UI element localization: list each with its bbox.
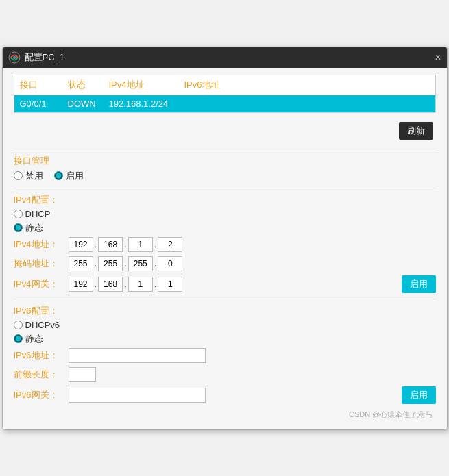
ipv6-gateway-row: IPv6网关： 启用: [14, 386, 436, 404]
gw-part1[interactable]: [69, 277, 93, 292]
ipv4-address-label: IPv4地址：: [14, 238, 69, 251]
dhcpv6-radio-label[interactable]: DHCPv6: [14, 320, 60, 330]
disable-label: 禁用: [25, 170, 43, 182]
interface-table: 接口 状态 IPv4地址 IPv6地址 G0/0/1 DOWN 192.168.…: [14, 75, 436, 113]
iface-management-label: 接口管理: [14, 155, 436, 167]
disable-radio[interactable]: [14, 171, 23, 180]
col-ipv6: IPv6地址: [184, 79, 253, 91]
mask-part1[interactable]: [69, 256, 93, 271]
ipv6-gateway-label: IPv6网关：: [14, 389, 69, 401]
gw-part4[interactable]: [158, 277, 182, 292]
ipv4-part2[interactable]: [98, 237, 123, 252]
gw-sep1: .: [95, 279, 97, 289]
ipv6-address-row: IPv6地址：: [14, 348, 436, 363]
gw-part3[interactable]: [128, 277, 153, 292]
ipv4-part1[interactable]: [69, 237, 93, 252]
ipv6-apply-button[interactable]: 启用: [402, 386, 436, 404]
disable-radio-label[interactable]: 禁用: [14, 170, 43, 182]
refresh-row: 刷新: [14, 118, 436, 143]
main-window: 配置PC_1 × 接口 状态 IPv4地址 IPv6地址 G0/0/1 DOWN…: [2, 47, 448, 430]
ipv4-sep1: .: [95, 239, 97, 249]
divider-1: [14, 149, 436, 149]
ipv6-static-label: 静态: [25, 333, 43, 345]
prefix-label: 前缀长度：: [14, 368, 69, 381]
row-iface: G0/0/1: [20, 99, 68, 109]
ipv4-type-radios: DHCP: [14, 209, 436, 219]
mask-part2[interactable]: [98, 256, 123, 271]
close-button[interactable]: ×: [435, 51, 441, 64]
dhcp-radio-label[interactable]: DHCP: [14, 209, 51, 219]
ipv6-config-label: IPv6配置：: [14, 305, 436, 317]
ipv4-address-row: IPv4地址： . . .: [14, 237, 436, 252]
app-icon: [8, 51, 21, 64]
title-bar: 配置PC_1 ×: [3, 47, 447, 68]
ipv4-sep3: .: [154, 239, 157, 249]
col-status: 状态: [68, 79, 109, 91]
static-radio-label[interactable]: 静态: [14, 222, 43, 234]
mask-part3[interactable]: [128, 256, 153, 271]
table-row[interactable]: G0/0/1 DOWN 192.168.1.2/24: [14, 95, 435, 112]
mask-row: 掩码地址： . . .: [14, 256, 436, 271]
svg-point-1: [13, 56, 16, 59]
mask-part4[interactable]: [158, 256, 182, 271]
ipv6-static-radio[interactable]: [14, 334, 23, 343]
window-content: 接口 状态 IPv4地址 IPv6地址 G0/0/1 DOWN 192.168.…: [3, 68, 447, 429]
dhcp-label: DHCP: [25, 209, 51, 219]
gw-sep2: .: [124, 279, 127, 289]
divider-2: [14, 188, 436, 188]
gw-sep3: .: [154, 279, 157, 289]
ipv4-part3[interactable]: [128, 237, 153, 252]
ipv4-part4[interactable]: [158, 237, 182, 252]
static-radio[interactable]: [14, 223, 23, 232]
enable-radio-label[interactable]: 启用: [54, 170, 84, 182]
mask-sep2: .: [124, 258, 127, 268]
iface-management-section: 接口管理 禁用 启用: [14, 155, 436, 182]
prefix-input[interactable]: [69, 367, 96, 382]
col-ipv4: IPv4地址: [109, 79, 184, 91]
ipv4-static-row: 静态: [14, 222, 436, 234]
ipv4-gateway-label: IPv4网关：: [14, 278, 69, 290]
watermark: CSDN @心猿牵住了意马: [14, 410, 436, 420]
iface-management-radios: 禁用 启用: [14, 170, 436, 182]
row-status: DOWN: [68, 99, 109, 109]
gw-part2[interactable]: [98, 277, 123, 292]
col-iface: 接口: [20, 79, 68, 91]
static-label: 静态: [25, 222, 43, 234]
ipv6-static-row: 静态: [14, 333, 436, 345]
table-header: 接口 状态 IPv4地址 IPv6地址: [14, 75, 435, 95]
mask-inputs: . . .: [69, 256, 183, 271]
mask-sep1: .: [95, 258, 97, 268]
refresh-button[interactable]: 刷新: [399, 122, 433, 140]
ipv4-address-inputs: . . .: [69, 237, 183, 252]
mask-sep3: .: [154, 258, 157, 268]
ipv4-gateway-row: IPv4网关： . . . 启用: [14, 275, 436, 293]
ipv6-address-input[interactable]: [69, 348, 206, 363]
ipv6-gateway-input[interactable]: [69, 388, 206, 403]
window-title: 配置PC_1: [25, 51, 435, 64]
enable-label: 启用: [66, 170, 84, 182]
prefix-row: 前缀长度：: [14, 367, 436, 382]
ipv4-section: IPv4配置： DHCP 静态 IPv4地址： .: [14, 194, 436, 293]
ipv4-apply-button[interactable]: 启用: [402, 275, 436, 293]
dhcpv6-label: DHCPv6: [25, 320, 60, 330]
mask-label: 掩码地址：: [14, 258, 69, 270]
row-ipv4: 192.168.1.2/24: [109, 99, 169, 109]
dhcp-radio[interactable]: [14, 210, 23, 218]
row-ipv6: [168, 99, 216, 109]
ipv6-address-label: IPv6地址：: [14, 349, 69, 362]
ipv6-section: IPv6配置： DHCPv6 静态 IPv6地址： 前缀长度：: [14, 305, 436, 404]
dhcpv6-row: DHCPv6: [14, 320, 436, 330]
ipv6-static-radio-label[interactable]: 静态: [14, 333, 43, 345]
divider-3: [14, 299, 436, 299]
ipv4-config-label: IPv4配置：: [14, 194, 436, 206]
ipv4-sep2: .: [124, 239, 127, 249]
enable-radio[interactable]: [54, 171, 63, 180]
dhcpv6-radio[interactable]: [14, 321, 23, 329]
gateway-inputs: . . .: [69, 277, 183, 292]
